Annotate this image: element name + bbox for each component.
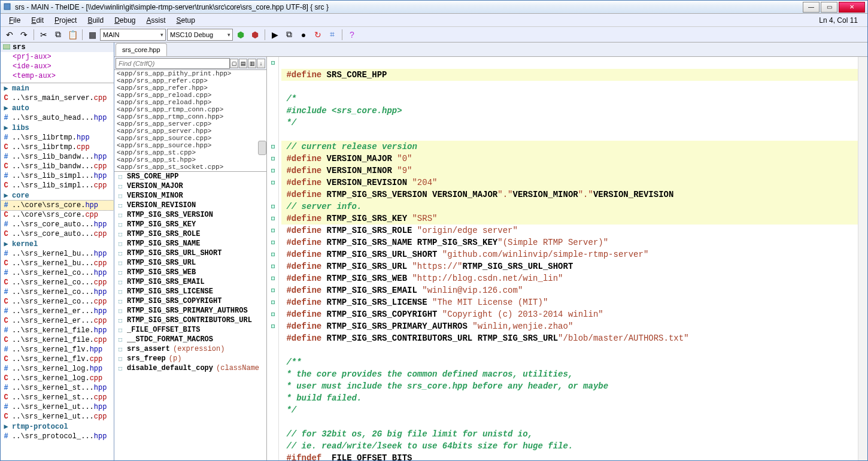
main-combo[interactable]: MAIN	[100, 29, 166, 41]
minimize-button[interactable]: —	[803, 2, 820, 13]
cut-button[interactable]: ✂	[37, 28, 50, 41]
maximize-button[interactable]: ▭	[821, 2, 837, 13]
find-down[interactable]: ↓	[257, 59, 265, 68]
include-item[interactable]: <app/srs_app_rtmp_conn.cpp>	[114, 106, 266, 113]
file-item[interactable]: #..\core\srs_core.hpp	[1, 201, 114, 210]
include-list[interactable]: <app/srs_app_pithy_print.hpp><app/srs_ap…	[114, 70, 266, 172]
file-item[interactable]: #..\srs_kernel_file.hpp	[1, 326, 114, 335]
folder-item[interactable]: ▶libs	[1, 123, 114, 133]
file-item[interactable]: #..\srs_kernel_co...hpp	[1, 268, 114, 278]
rebuild-button[interactable]: ↻	[311, 28, 324, 41]
file-item[interactable]: C..\srs_kernel_co...cpp	[1, 297, 114, 307]
prj-aux-item[interactable]: <prj-aux>	[1, 52, 114, 62]
symbol-item[interactable]: ⬚RTMP_SIG_SRS_CONTRIBUTORS_URL	[114, 316, 266, 325]
include-item[interactable]: <app/srs_app_refer.cpp>	[114, 77, 266, 84]
symbol-item[interactable]: ⬚srs_freep(p)	[114, 354, 266, 363]
file-item[interactable]: C..\srs_kernel_file.cpp	[1, 335, 114, 345]
output-button[interactable]: ⧉	[283, 28, 296, 41]
include-item[interactable]: <app/srs_app_source.hpp>	[114, 142, 266, 149]
code-content[interactable]: #define SRS_CORE_HPP /* #include <srs_co…	[267, 57, 867, 460]
symbol-item[interactable]: ⬚RTMP_SIG_SRS_PRIMARY_AUTHROS	[114, 306, 266, 316]
file-item[interactable]: C..\core\srs_core.cpp	[1, 210, 114, 220]
file-item[interactable]: C..\srs_core_auto...cpp	[1, 229, 114, 239]
file-item[interactable]: #..\srs_kernel_ut...hpp	[1, 402, 114, 412]
file-item[interactable]: #..\srs_core_auto...hpp	[1, 220, 114, 229]
symbol-item[interactable]: ⬚RTMP_SIG_SRS_KEY	[114, 220, 266, 229]
file-item[interactable]: C..\srs_kernel_co...cpp	[1, 278, 114, 287]
folder-item[interactable]: ▶main	[1, 83, 114, 93]
find-opt1[interactable]: ▢	[230, 59, 238, 68]
include-item[interactable]: <app/srs_app_st_socket.cpp>	[114, 163, 266, 171]
menu-build[interactable]: Build	[83, 15, 108, 26]
file-item[interactable]: C..\srs_lib_simpl...cpp	[1, 181, 114, 190]
package-name[interactable]: srs	[1, 43, 114, 52]
help-button[interactable]: ?	[345, 28, 359, 41]
file-item[interactable]: #..\srs_kernel_co...hpp	[1, 287, 114, 297]
symbol-item[interactable]: ⬚_FILE_OFFSET_BITS	[114, 325, 266, 335]
file-item[interactable]: C..\srs_kernel_bu...cpp	[1, 259, 114, 268]
file-item[interactable]: C..\srs_kernel_flv.cpp	[1, 354, 114, 364]
menu-setup[interactable]: Setup	[172, 15, 200, 26]
file-item[interactable]: #..\srs_kernel_st...hpp	[1, 383, 114, 393]
config-combo[interactable]: MSC10 Debug	[167, 29, 233, 41]
symbol-item[interactable]: ⬚RTMP_SIG_SRS_NAME	[114, 239, 266, 248]
symbol-list[interactable]: ⬚SRS_CORE_HPP⬚VERSION_MAJOR⬚VERSION_MINO…	[114, 172, 266, 460]
redo-button[interactable]: ↷	[17, 28, 31, 41]
file-item[interactable]: C..\srs_main_server.cpp	[1, 93, 114, 103]
symbol-item[interactable]: ⬚SRS_CORE_HPP	[114, 172, 266, 181]
symbol-item[interactable]: ⬚RTMP_SIG_SRS_URL	[114, 258, 266, 268]
find-opt3[interactable]: ▥	[248, 59, 256, 68]
file-item[interactable]: #..\srs_lib_bandw...hpp	[1, 152, 114, 162]
close-button[interactable]: ✕	[839, 2, 865, 13]
include-item[interactable]: <app/srs_app_pithy_print.hpp>	[114, 70, 266, 77]
symbol-item[interactable]: ⬚RTMP_SIG_SRS_COPYRIGHT	[114, 296, 266, 306]
include-item[interactable]: <app/srs_app_refer.hpp>	[114, 84, 266, 92]
include-item[interactable]: <app/srs_app_rtmp_conn.hpp>	[114, 113, 266, 120]
file-item[interactable]: #..\srs_kernel_er...hpp	[1, 307, 114, 316]
file-item[interactable]: #..\srs_librtmp.hpp	[1, 133, 114, 142]
include-item[interactable]: <app/srs_app_source.cpp>	[114, 135, 266, 142]
menu-debug[interactable]: Debug	[110, 15, 140, 26]
editor-scrollbar[interactable]	[858, 57, 867, 460]
file-item[interactable]: #..\srs_kernel_bu...hpp	[1, 249, 114, 259]
file-list[interactable]: ▶mainC..\srs_main_server.cpp▶auto#..\srs…	[1, 83, 114, 460]
symbol-item[interactable]: ⬚disable_default_copy(className	[114, 363, 266, 373]
symbol-item[interactable]: ⬚VERSION_MINOR	[114, 191, 266, 201]
file-item[interactable]: C..\srs_kernel_st...cpp	[1, 393, 114, 402]
package-button[interactable]: ▦	[86, 28, 99, 41]
symbol-item[interactable]: ⬚__STDC_FORMAT_MACROS	[114, 335, 266, 344]
file-item[interactable]: #..\srs_protocol_...hpp	[1, 432, 114, 441]
menu-edit[interactable]: Edit	[26, 15, 48, 26]
menu-file[interactable]: File	[4, 15, 25, 26]
symbol-item[interactable]: ⬚VERSION_MAJOR	[114, 181, 266, 191]
file-item[interactable]: #..\srs_auto_head...hpp	[1, 113, 114, 123]
symbol-item[interactable]: ⬚RTMP_SIG_SRS_LICENSE	[114, 287, 266, 296]
file-item[interactable]: #..\srs_kernel_log.hpp	[1, 364, 114, 374]
stop-button[interactable]: ●	[297, 28, 310, 41]
file-item[interactable]: C..\srs_librtmp.cpp	[1, 142, 114, 152]
run-button[interactable]: ▶	[268, 28, 281, 41]
symbol-item[interactable]: ⬚srs_assert(expression)	[114, 344, 266, 354]
find-opt2[interactable]: ▤	[239, 59, 247, 68]
scrollbar-thumb[interactable]	[258, 141, 266, 155]
symbol-item[interactable]: ⬚RTMP_SIG_SRS_EMAIL	[114, 277, 266, 287]
menu-assist[interactable]: Assist	[142, 15, 171, 26]
include-item[interactable]: <app/srs_app_server.hpp>	[114, 128, 266, 135]
symbol-item[interactable]: ⬚RTMP_SIG_SRS_ROLE	[114, 229, 266, 239]
menu-project[interactable]: Project	[50, 15, 81, 26]
undo-button[interactable]: ↶	[3, 28, 16, 41]
tab-srs-core-hpp[interactable]: srs_core.hpp	[116, 43, 167, 56]
folder-item[interactable]: ▶rtmp-protocol	[1, 421, 114, 432]
find-input[interactable]	[116, 58, 230, 69]
include-item[interactable]: <app/srs_app_st.cpp>	[114, 149, 266, 156]
include-item[interactable]: <app/srs_app_reload.cpp>	[114, 92, 266, 99]
file-item[interactable]: C..\srs_kernel_er...cpp	[1, 316, 114, 326]
build-all-button[interactable]: ⬢	[248, 28, 262, 41]
file-item[interactable]: C..\srs_kernel_log.cpp	[1, 374, 114, 383]
file-item[interactable]: #..\srs_kernel_flv.hpp	[1, 345, 114, 354]
build-button[interactable]: ⬢	[234, 28, 247, 41]
code-editor[interactable]: #define SRS_CORE_HPP /* #include <srs_co…	[267, 57, 867, 460]
symbol-item[interactable]: ⬚RTMP_SIG_SRS_WEB	[114, 268, 266, 277]
symbol-item[interactable]: ⬚VERSION_REVISION	[114, 201, 266, 210]
file-item[interactable]: C..\srs_kernel_ut...cpp	[1, 412, 114, 421]
